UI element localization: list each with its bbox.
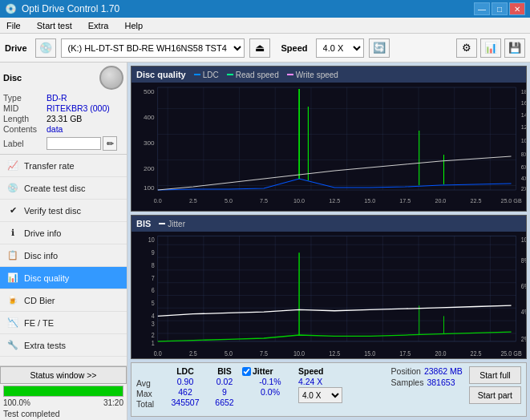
position-value: 23862 MB xyxy=(424,366,463,376)
minimize-button[interactable]: — xyxy=(474,2,490,15)
bis-col: BIS 0.02 9 6652 xyxy=(207,366,242,409)
refresh-button[interactable]: 🔄 xyxy=(369,38,390,58)
nav-verify-test-disc[interactable]: ✔ Verify test disc xyxy=(0,200,127,222)
svg-rect-0 xyxy=(158,87,516,190)
action-buttons: Start full Start part xyxy=(469,366,521,409)
nav-disc-info-label: Disc info xyxy=(24,251,58,260)
mid-value: RITEKBR3 (000) xyxy=(47,103,110,113)
drive-select[interactable]: (K:) HL-DT-ST BD-RE WH16NS58 TST4 xyxy=(61,38,245,58)
nav-drive-info[interactable]: ℹ Drive info xyxy=(0,222,127,244)
chart2-legend: Jitter xyxy=(159,220,185,228)
menu-file[interactable]: File xyxy=(3,20,24,31)
max-label: Max xyxy=(136,389,164,398)
chart1-title: Disc quality xyxy=(136,70,186,79)
label-edit-button[interactable]: ✏ xyxy=(103,136,117,151)
bis-total: 6652 xyxy=(207,398,242,407)
svg-text:8X: 8X xyxy=(521,151,526,158)
legend-ldc: LDC xyxy=(194,71,219,79)
start-part-button[interactable]: Start part xyxy=(469,386,521,404)
start-full-button[interactable]: Start full xyxy=(469,366,521,384)
disc-contents-row: Contents data xyxy=(3,124,123,134)
svg-text:10%: 10% xyxy=(521,236,526,244)
ldc-total: 345507 xyxy=(164,398,207,407)
samples-label: Samples xyxy=(391,378,424,387)
mid-label: MID xyxy=(3,103,45,113)
svg-text:0.0: 0.0 xyxy=(154,198,162,204)
chart2-area: 10 9 8 7 6 5 4 3 2 1 10% 8% 6% 4% 2% xyxy=(131,232,526,358)
save-button[interactable]: 💾 xyxy=(504,38,525,58)
disc-fields: Type BD-R MID RITEKBR3 (000) Length 23.3… xyxy=(3,93,123,151)
label-input[interactable] xyxy=(47,137,101,150)
nav-extra-tests-label: Extra tests xyxy=(24,341,66,350)
avg-label: Avg xyxy=(136,378,164,388)
svg-text:2: 2 xyxy=(152,331,155,339)
length-label: Length xyxy=(3,114,45,123)
disc-label-row: Label ✏ xyxy=(3,136,123,151)
speed-select[interactable]: 4.0 X xyxy=(316,38,364,58)
type-label: Type xyxy=(3,93,45,103)
config-button[interactable]: ⚙ xyxy=(456,38,477,58)
bis-max: 9 xyxy=(207,387,242,397)
nav-fe-te[interactable]: 📉 FE / TE xyxy=(0,312,127,334)
transfer-rate-icon: 📈 xyxy=(6,160,19,172)
drive-icon-btn[interactable]: 💿 xyxy=(35,38,56,58)
ldc-avg: 0.90 xyxy=(164,377,207,386)
svg-text:25.0 GB: 25.0 GB xyxy=(500,350,522,358)
stats-area: Avg Max Total LDC 0.90 462 345507 BIS 0.… xyxy=(131,362,527,417)
svg-text:12.5: 12.5 xyxy=(329,198,340,204)
jitter-checkbox[interactable] xyxy=(242,367,251,376)
chart2-header: BIS Jitter xyxy=(131,216,526,232)
chart1-header: Disc quality LDC Read speed Write speed xyxy=(131,67,526,83)
titlebar-title: 💿 Opti Drive Control 1.70 xyxy=(5,3,119,14)
stats-main-row: Avg Max Total LDC 0.90 462 345507 BIS 0.… xyxy=(136,366,521,409)
disc-info-icon: 📋 xyxy=(6,249,19,262)
svg-text:0.0: 0.0 xyxy=(154,350,162,358)
nav-disc-info[interactable]: 📋 Disc info xyxy=(0,244,127,267)
ldc-max: 462 xyxy=(164,387,207,397)
menu-extra[interactable]: Extra xyxy=(85,20,112,31)
svg-text:10X: 10X xyxy=(521,138,526,144)
eject-button[interactable]: ⏏ xyxy=(249,38,270,58)
status-window-button[interactable]: Status window >> xyxy=(0,366,127,384)
menu-start-test[interactable]: Start test xyxy=(34,20,75,31)
sidebar: Disc Type BD-R MID RITEKBR3 (000) Length… xyxy=(0,63,127,420)
jitter-avg: -0.1% xyxy=(242,377,298,386)
svg-text:7: 7 xyxy=(152,274,155,282)
toolbar: Drive 💿 (K:) HL-DT-ST BD-RE WH16NS58 TST… xyxy=(0,34,530,63)
svg-text:4%: 4% xyxy=(521,308,526,316)
svg-text:20.0: 20.0 xyxy=(435,350,446,358)
maximize-button[interactable]: □ xyxy=(492,2,508,15)
nav-transfer-rate[interactable]: 📈 Transfer rate xyxy=(0,155,127,177)
menu-help[interactable]: Help xyxy=(121,20,146,31)
svg-text:7.5: 7.5 xyxy=(260,198,268,204)
svg-text:4X: 4X xyxy=(521,176,526,182)
svg-text:300: 300 xyxy=(144,139,155,147)
read-speed-legend-label: Read speed xyxy=(236,71,279,79)
speed-col: Speed 4.24 X 4.0 X xyxy=(298,366,362,409)
nav-extra-tests[interactable]: 🔧 Extra tests xyxy=(0,334,127,357)
svg-text:8%: 8% xyxy=(521,257,526,265)
titlebar: 💿 Opti Drive Control 1.70 — □ ✕ xyxy=(0,0,530,18)
jitter-col: Jitter -0.1% 0.0% xyxy=(242,366,298,409)
contents-value: data xyxy=(47,124,63,134)
svg-text:10: 10 xyxy=(148,236,155,244)
ldc-header: LDC xyxy=(164,366,207,376)
chart1-legend: LDC Read speed Write speed xyxy=(194,71,338,79)
titlebar-controls: — □ ✕ xyxy=(474,2,525,15)
samples-value: 381653 xyxy=(427,378,455,387)
stats-speed-select[interactable]: 4.0 X xyxy=(298,387,342,403)
svg-text:20.0: 20.0 xyxy=(435,198,446,204)
svg-text:12.5: 12.5 xyxy=(329,350,340,358)
jitter-max: 0.0% xyxy=(242,387,298,397)
svg-text:2.5: 2.5 xyxy=(189,350,197,358)
nav-create-test-disc[interactable]: 💿 Create test disc xyxy=(0,177,127,200)
nav-cd-bier[interactable]: 🍺 CD Bier xyxy=(0,289,127,312)
nav-disc-quality[interactable]: 📊 Disc quality xyxy=(0,267,127,289)
chart-button[interactable]: 📊 xyxy=(480,38,501,58)
total-label: Total xyxy=(136,399,164,409)
svg-text:1: 1 xyxy=(152,339,155,347)
status-text: Test completed xyxy=(0,407,127,420)
bis-avg: 0.02 xyxy=(207,377,242,386)
close-button[interactable]: ✕ xyxy=(509,2,525,15)
main-layout: Disc Type BD-R MID RITEKBR3 (000) Length… xyxy=(0,63,530,420)
